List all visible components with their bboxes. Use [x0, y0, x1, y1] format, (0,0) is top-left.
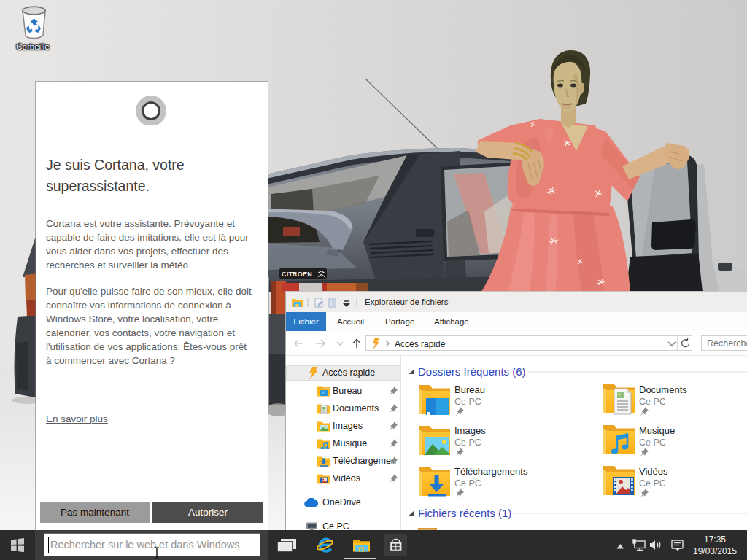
svg-text:Images: Images [454, 425, 486, 436]
svg-text:Ce PC: Ce PC [454, 478, 481, 489]
svg-text:CITROËN: CITROËN [282, 271, 312, 278]
svg-text:Dossiers fréquents (6): Dossiers fréquents (6) [418, 365, 526, 378]
svg-text:Ce PC: Ce PC [454, 397, 481, 407]
svg-text:Ce PC: Ce PC [454, 438, 481, 448]
svg-text:Corbeille: Corbeille [16, 42, 49, 51]
svg-text:Ce PC: Ce PC [639, 478, 666, 489]
svg-text:Ce PC: Ce PC [639, 397, 666, 407]
svg-text:Vidéos: Vidéos [639, 466, 668, 477]
svg-text:Ce PC: Ce PC [639, 438, 666, 448]
svg-text:Fichiers récents (1): Fichiers récents (1) [418, 507, 511, 519]
svg-text:Téléchargements: Téléchargements [454, 466, 528, 477]
svg-text:Documents: Documents [639, 384, 687, 395]
svg-text:Bureau: Bureau [454, 384, 485, 395]
svg-text:Musique: Musique [639, 425, 675, 436]
